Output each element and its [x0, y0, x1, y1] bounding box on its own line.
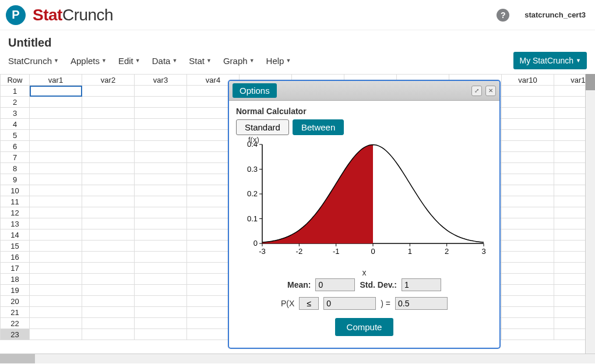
cell[interactable]	[502, 130, 554, 141]
cell[interactable]	[82, 108, 135, 119]
cell[interactable]	[502, 108, 554, 119]
cell[interactable]	[82, 229, 135, 241]
cell[interactable]	[502, 229, 554, 241]
cell[interactable]	[502, 119, 554, 130]
cell[interactable]	[135, 174, 187, 185]
cell[interactable]	[502, 318, 554, 329]
row-number[interactable]: 21	[1, 307, 30, 318]
cell[interactable]	[30, 285, 82, 296]
expand-icon[interactable]: ⤢	[471, 86, 482, 96]
menu-help[interactable]: Help▼	[266, 56, 291, 66]
cell[interactable]	[30, 263, 82, 274]
my-statcrunch-button[interactable]: My StatCrunch▼	[513, 52, 587, 69]
cell[interactable]	[502, 307, 554, 318]
options-button[interactable]: Options	[233, 83, 277, 98]
row-number[interactable]: 1	[1, 86, 30, 97]
mean-input[interactable]	[315, 278, 355, 291]
cell[interactable]	[30, 185, 82, 196]
menu-edit[interactable]: Edit▼	[118, 56, 140, 66]
cell[interactable]	[135, 86, 187, 97]
std-input[interactable]	[402, 278, 441, 291]
cell[interactable]	[135, 152, 187, 163]
cell[interactable]	[135, 318, 187, 329]
menu-statcrunch[interactable]: StatCrunch▼	[8, 56, 59, 66]
cell[interactable]	[30, 174, 82, 185]
cell[interactable]	[135, 130, 187, 141]
cell[interactable]	[82, 152, 135, 163]
cell[interactable]	[30, 252, 82, 263]
cell[interactable]	[135, 252, 187, 263]
menu-data[interactable]: Data▼	[152, 56, 178, 66]
cell[interactable]	[502, 274, 554, 285]
row-number[interactable]: 9	[1, 174, 30, 185]
cell[interactable]	[30, 296, 82, 307]
row-number[interactable]: 17	[1, 263, 30, 274]
row-number[interactable]: 12	[1, 207, 30, 218]
vertical-scrollbar[interactable]	[585, 74, 595, 354]
cell[interactable]	[82, 207, 135, 218]
cell[interactable]	[502, 252, 554, 263]
row-number[interactable]: 13	[1, 218, 30, 229]
row-number[interactable]: 8	[1, 163, 30, 174]
cell[interactable]	[502, 141, 554, 152]
cell[interactable]	[82, 185, 135, 196]
cell[interactable]	[30, 86, 82, 97]
cell[interactable]	[82, 174, 135, 185]
cell[interactable]	[30, 163, 82, 174]
cell[interactable]	[30, 207, 82, 218]
row-number[interactable]: 19	[1, 285, 30, 296]
column-header[interactable]: var2	[82, 75, 135, 86]
tab-standard[interactable]: Standard	[236, 119, 289, 135]
dialog-titlebar[interactable]: Options ⤢ ✕	[229, 81, 499, 101]
menu-applets[interactable]: Applets▼	[71, 56, 107, 66]
cell[interactable]	[82, 329, 135, 340]
cell[interactable]	[502, 196, 554, 207]
compute-button[interactable]: Compute	[335, 318, 394, 336]
cell[interactable]	[82, 86, 135, 97]
cell[interactable]	[82, 252, 135, 263]
row-number[interactable]: 15	[1, 241, 30, 252]
cell[interactable]	[502, 207, 554, 218]
cell[interactable]	[502, 185, 554, 196]
cell[interactable]	[135, 141, 187, 152]
cell[interactable]	[502, 296, 554, 307]
cell[interactable]	[30, 108, 82, 119]
cell[interactable]	[30, 229, 82, 241]
horizontal-scrollbar[interactable]	[0, 354, 595, 363]
cell[interactable]	[135, 307, 187, 318]
cell[interactable]	[135, 108, 187, 119]
cell[interactable]	[135, 285, 187, 296]
cell[interactable]	[135, 196, 187, 207]
row-number[interactable]: 7	[1, 152, 30, 163]
cell[interactable]	[135, 263, 187, 274]
close-icon[interactable]: ✕	[485, 86, 496, 96]
cell[interactable]	[30, 307, 82, 318]
cell[interactable]	[82, 285, 135, 296]
cell[interactable]	[82, 241, 135, 252]
cell[interactable]	[30, 329, 82, 340]
comparison-operator-input[interactable]	[299, 297, 319, 310]
cell[interactable]	[502, 285, 554, 296]
menu-graph[interactable]: Graph▼	[223, 56, 255, 66]
cell[interactable]	[502, 218, 554, 229]
cell[interactable]	[30, 241, 82, 252]
cell[interactable]	[82, 318, 135, 329]
help-icon[interactable]: ?	[497, 9, 509, 22]
cell[interactable]	[135, 296, 187, 307]
row-number[interactable]: 16	[1, 252, 30, 263]
cell[interactable]	[30, 318, 82, 329]
row-number[interactable]: 18	[1, 274, 30, 285]
cell[interactable]	[502, 97, 554, 108]
row-number[interactable]: 23	[1, 329, 30, 340]
cell[interactable]	[135, 229, 187, 241]
cell[interactable]	[30, 141, 82, 152]
row-number[interactable]: 10	[1, 185, 30, 196]
cell[interactable]	[502, 241, 554, 252]
scrollbar-thumb[interactable]	[0, 354, 35, 363]
row-number[interactable]: 2	[1, 97, 30, 108]
menu-stat[interactable]: Stat▼	[189, 56, 212, 66]
cell[interactable]	[82, 263, 135, 274]
cell[interactable]	[82, 163, 135, 174]
cell[interactable]	[502, 263, 554, 274]
row-number[interactable]: 5	[1, 130, 30, 141]
